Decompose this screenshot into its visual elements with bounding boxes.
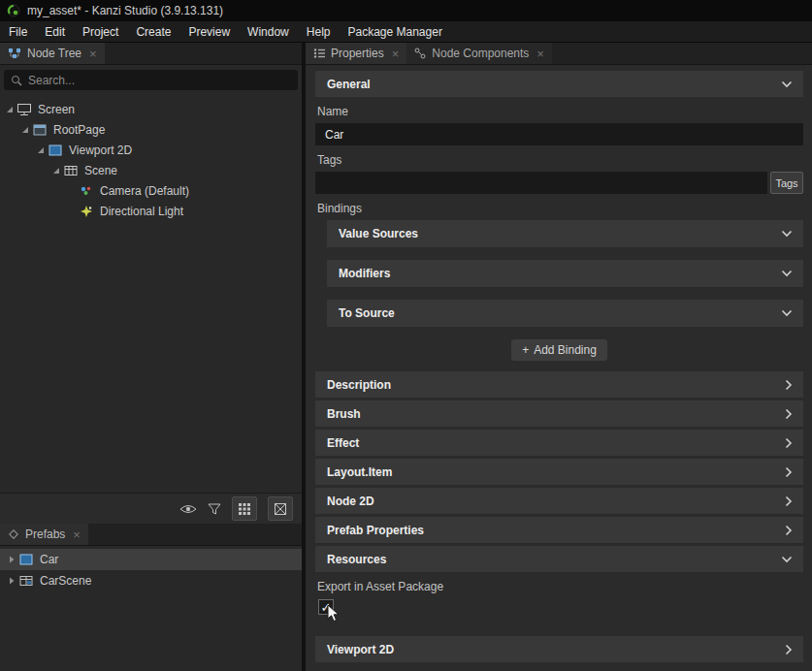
prefabs-icon	[8, 528, 19, 540]
search-placeholder: Search...	[28, 74, 75, 87]
chevron-right-icon	[785, 466, 793, 478]
expander-icon[interactable]	[6, 577, 17, 585]
screen-icon	[16, 103, 33, 116]
tab-properties[interactable]: Properties ×	[306, 43, 406, 64]
tree-item-viewport-2d[interactable]: Viewport 2D	[0, 140, 302, 160]
chevron-right-icon	[785, 408, 793, 420]
tab-node-components[interactable]: Node Components ×	[406, 43, 552, 64]
section-description[interactable]: Description	[315, 371, 803, 398]
section-node-2d[interactable]: Node 2D	[315, 488, 803, 514]
isolate-box-icon[interactable]	[268, 496, 293, 521]
node-tree-tabstrip: Node Tree ×	[0, 43, 302, 65]
menu-edit[interactable]: Edit	[36, 21, 74, 42]
properties-tabstrip: Properties × Node Components ×	[306, 43, 812, 65]
filter-icon[interactable]	[208, 503, 221, 515]
chevron-down-icon	[781, 80, 793, 88]
visibility-eye-icon[interactable]	[179, 503, 197, 515]
directional-light-icon	[78, 206, 95, 217]
chevron-right-icon	[785, 437, 793, 449]
expander-icon[interactable]	[35, 146, 47, 154]
menu-file[interactable]: File	[0, 21, 36, 42]
prefab-list: Car CarScene	[0, 546, 302, 671]
tab-node-tree-label: Node Tree	[27, 47, 81, 60]
properties-icon	[313, 48, 325, 59]
tree-item-camera[interactable]: Camera (Default)	[0, 180, 302, 201]
name-input[interactable]	[315, 123, 803, 145]
search-row: Search...	[0, 65, 302, 95]
expander-icon[interactable]	[50, 167, 62, 175]
section-prefab-properties[interactable]: Prefab Properties	[315, 517, 803, 543]
search-input[interactable]: Search...	[4, 70, 298, 90]
bindings-label: Bindings	[317, 203, 803, 215]
prefabs-tabstrip: Prefabs ×	[0, 524, 302, 546]
mouse-cursor-icon	[327, 604, 341, 623]
prefab-2d-icon	[17, 554, 35, 565]
section-resources[interactable]: Resources	[315, 546, 803, 572]
tab-prefabs[interactable]: Prefabs ×	[0, 524, 88, 545]
menu-help[interactable]: Help	[298, 21, 340, 42]
add-binding-button[interactable]: + Add Binding	[511, 339, 607, 361]
section-viewport-2d[interactable]: Viewport 2D	[315, 636, 803, 662]
left-panel: Node Tree × Search... Screen RootPage	[0, 43, 306, 671]
prefab-item-car[interactable]: Car	[0, 549, 302, 570]
tree-item-scene[interactable]: Scene	[0, 160, 302, 180]
app-icon	[7, 4, 20, 17]
tree-item-label: Camera (Default)	[100, 184, 189, 198]
window-title: my_asset* - Kanzi Studio (3.9.13.131)	[27, 4, 223, 17]
chevron-down-icon	[781, 556, 793, 563]
search-icon	[11, 75, 22, 86]
close-icon[interactable]: ×	[89, 48, 97, 60]
camera-icon	[78, 185, 95, 197]
close-icon[interactable]: ×	[536, 48, 544, 60]
page-icon	[31, 124, 49, 136]
tab-node-tree[interactable]: Node Tree ×	[0, 43, 105, 64]
tags-button[interactable]: Tags	[770, 172, 803, 194]
chevron-right-icon	[785, 644, 793, 655]
close-icon[interactable]: ×	[73, 528, 81, 541]
tab-node-components-label: Node Components	[432, 47, 529, 60]
menu-preview[interactable]: Preview	[179, 21, 239, 42]
node-tree-icon	[8, 48, 21, 59]
tree-item-rootpage[interactable]: RootPage	[0, 119, 302, 140]
section-modifiers[interactable]: Modifiers	[327, 260, 803, 287]
node-tree: Screen RootPage Viewport 2D Scene Camera	[0, 95, 302, 493]
tree-item-label: Directional Light	[100, 205, 183, 218]
tree-item-label: Viewport 2D	[69, 144, 132, 157]
grid-view-button[interactable]	[232, 496, 257, 521]
close-icon[interactable]: ×	[392, 48, 400, 60]
tree-item-directional-light[interactable]: Directional Light	[0, 201, 302, 221]
tab-prefabs-label: Prefabs	[25, 527, 65, 541]
section-general[interactable]: General	[315, 71, 803, 97]
chevron-down-icon	[781, 230, 793, 238]
tree-item-screen[interactable]: Screen	[0, 99, 302, 119]
expander-icon[interactable]	[4, 106, 16, 113]
section-layout-item[interactable]: Layout.Item	[315, 459, 803, 485]
plus-icon: +	[522, 343, 529, 357]
tree-item-label: Scene	[84, 164, 117, 177]
properties-panel: Properties × Node Components × General N…	[306, 43, 812, 671]
expander-icon[interactable]	[6, 556, 17, 563]
menu-project[interactable]: Project	[74, 21, 127, 42]
chevron-down-icon	[781, 309, 793, 317]
chevron-down-icon	[781, 270, 793, 277]
prefab-item-carscene[interactable]: CarScene	[0, 570, 302, 591]
section-brush[interactable]: Brush	[315, 400, 803, 427]
add-binding-label: Add Binding	[534, 343, 597, 357]
export-asset-package-row: ✓	[315, 599, 803, 623]
section-effect[interactable]: Effect	[315, 430, 803, 456]
name-label: Name	[317, 106, 803, 118]
menu-create[interactable]: Create	[127, 21, 179, 42]
scene-icon	[62, 165, 80, 176]
chevron-right-icon	[785, 379, 793, 391]
tree-item-label: Screen	[38, 103, 75, 116]
viewport-icon	[47, 144, 64, 156]
expander-icon[interactable]	[19, 126, 31, 134]
tags-input[interactable]	[315, 172, 767, 194]
prefab-item-label: CarScene	[40, 574, 91, 588]
menu-package-manager[interactable]: Package Manager	[339, 21, 450, 42]
titlebar: my_asset* - Kanzi Studio (3.9.13.131)	[0, 0, 812, 21]
menu-window[interactable]: Window	[239, 21, 298, 42]
section-to-source[interactable]: To Source	[327, 300, 803, 327]
chevron-right-icon	[785, 495, 793, 507]
section-value-sources[interactable]: Value Sources	[327, 220, 803, 247]
